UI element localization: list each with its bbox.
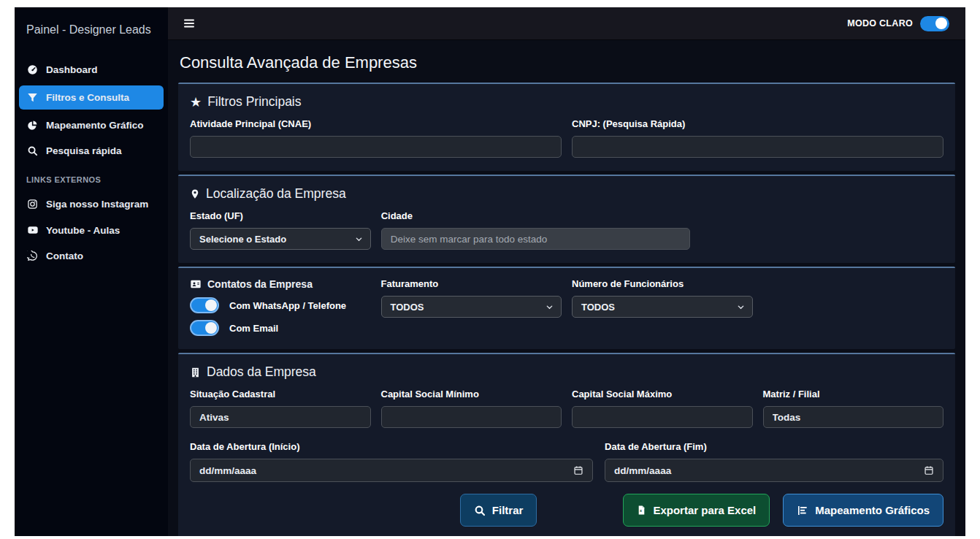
whatsapp-icon: [26, 251, 39, 261]
youtube-icon: [26, 224, 39, 236]
search-icon: [474, 505, 486, 516]
page-content: Consulta Avançada de Empresas ★ Filtros …: [168, 40, 965, 536]
estado-label: Estado (UF): [190, 210, 371, 221]
whatsapp-toggle[interactable]: [190, 297, 219, 313]
section-title: Filtros Principais: [207, 94, 301, 110]
cnpj-label: CNPJ: (Pesquisa Rápida): [572, 118, 943, 129]
section-title: Localização da Empresa: [206, 186, 346, 202]
map-pin-icon: [190, 188, 200, 200]
pie-chart-icon: [26, 120, 39, 131]
data-fim-input[interactable]: dd/mm/aaaa: [605, 459, 943, 482]
capital-max-label: Capital Social Máximo: [572, 389, 753, 400]
search-icon: [26, 145, 39, 156]
sidebar-item-label: Dashboard: [46, 64, 98, 75]
mapeamento-graficos-button-label: Mapeamento Gráficos: [815, 504, 930, 516]
data-fim-value: dd/mm/aaaa: [614, 465, 671, 476]
building-icon: [190, 367, 201, 378]
estado-select[interactable]: Selecione o Estado: [190, 228, 371, 250]
toggle-knob: [205, 299, 217, 311]
app-window: Painel - Designer Leads Dashboard Filtro…: [15, 7, 965, 536]
toggle-knob: [205, 322, 217, 334]
section-dados: Dados da Empresa Situação Cadastral Capi…: [178, 353, 955, 536]
theme-toggle-label: MODO CLARO: [847, 18, 913, 28]
sidebar-item-label: Filtros e Consulta: [46, 92, 129, 103]
chevron-down-icon: [545, 303, 554, 311]
section-title: Dados da Empresa: [207, 364, 316, 380]
excel-file-icon: x: [637, 505, 646, 516]
svg-text:x: x: [640, 508, 642, 513]
sidebar-item-label: Youtube - Aulas: [46, 225, 120, 236]
matriz-filial-input[interactable]: [763, 406, 944, 428]
data-inicio-label: Data de Abertura (Início): [190, 441, 593, 452]
data-fim-label: Data de Abertura (Fim): [605, 441, 943, 452]
instagram-icon: [26, 199, 39, 210]
contact-card-icon: [190, 278, 202, 290]
cnae-label: Atividade Principal (CNAE): [190, 118, 562, 129]
cidade-label: Cidade: [381, 210, 690, 221]
hamburger-icon[interactable]: [183, 17, 196, 30]
data-inicio-value: dd/mm/aaaa: [199, 465, 256, 476]
cidade-input[interactable]: [381, 228, 690, 250]
page-title: Consulta Avançada de Empresas: [180, 53, 955, 72]
mapeamento-graficos-button[interactable]: Mapeamento Gráficos: [783, 494, 943, 527]
chevron-down-icon: [355, 235, 363, 243]
cnae-input[interactable]: [190, 136, 562, 158]
actions-row: Filtrar x Exportar para Excel Mapeamento…: [190, 494, 943, 527]
star-icon: ★: [190, 96, 202, 109]
whatsapp-toggle-row: Com WhatsApp / Telefone: [190, 297, 371, 313]
cnpj-input[interactable]: [572, 136, 943, 158]
email-toggle-row: Com Email: [190, 320, 371, 336]
exportar-excel-button-label: Exportar para Excel: [653, 504, 756, 516]
email-toggle[interactable]: [190, 320, 219, 336]
sidebar-item-youtube[interactable]: Youtube - Aulas: [19, 218, 164, 242]
section-filtros-principais: ★ Filtros Principais Atividade Principal…: [178, 83, 955, 171]
section-title: Contatos da Empresa: [207, 278, 313, 290]
faturamento-select[interactable]: TODOS: [381, 296, 562, 318]
sidebar-item-label: Mapeamento Gráfico: [46, 120, 144, 131]
calendar-icon[interactable]: [924, 465, 934, 475]
toggle-knob: [935, 18, 947, 29]
chevron-down-icon: [737, 303, 745, 311]
sidebar: Painel - Designer Leads Dashboard Filtro…: [15, 7, 168, 536]
sidebar-item-label: Contato: [46, 251, 83, 261]
theme-switcher: MODO CLARO: [847, 16, 949, 31]
capital-min-label: Capital Social Mínimo: [381, 389, 562, 400]
sidebar-item-dashboard[interactable]: Dashboard: [19, 58, 164, 81]
capital-min-input[interactable]: [381, 406, 562, 428]
sidebar-item-instagram[interactable]: Siga nosso Instagram: [19, 193, 164, 215]
situacao-input[interactable]: [190, 406, 371, 428]
sidebar-item-mapeamento-grafico[interactable]: Mapeamento Gráfico: [19, 114, 164, 137]
estado-select-value: Selecione o Estado: [199, 234, 286, 245]
sidebar-item-contato[interactable]: Contato: [19, 245, 164, 267]
section-localizacao: Localização da Empresa Estado (UF) Selec…: [178, 175, 955, 263]
matriz-filial-label: Matriz / Filial: [763, 389, 944, 400]
situacao-label: Situação Cadastral: [190, 389, 371, 400]
filtrar-button[interactable]: Filtrar: [460, 494, 537, 527]
calendar-icon[interactable]: [573, 465, 583, 475]
faturamento-label: Faturamento: [381, 278, 562, 289]
sidebar-item-label: Pesquisa rápida: [46, 145, 122, 156]
capital-max-input[interactable]: [572, 406, 753, 428]
filter-icon: [26, 92, 39, 103]
faturamento-select-value: TODOS: [391, 302, 424, 313]
funcionarios-select-value: TODOS: [581, 302, 615, 313]
sidebar-section-header: LINKS EXTERNOS: [15, 165, 168, 190]
funcionarios-label: Número de Funcionários: [572, 278, 753, 289]
exportar-excel-button[interactable]: x Exportar para Excel: [623, 494, 770, 527]
filtrar-button-label: Filtrar: [492, 504, 524, 516]
section-contatos: Contatos da Empresa Com WhatsApp / Telef…: [178, 267, 955, 349]
sidebar-item-filtros-e-consulta[interactable]: Filtros e Consulta: [19, 85, 164, 110]
bar-chart-icon: [797, 505, 808, 516]
sidebar-brand: Painel - Designer Leads: [15, 18, 168, 56]
funcionarios-select[interactable]: TODOS: [572, 296, 753, 318]
whatsapp-toggle-label: Com WhatsApp / Telefone: [229, 300, 346, 311]
gauge-icon: [26, 64, 39, 75]
email-toggle-label: Com Email: [229, 323, 278, 334]
sidebar-item-pesquisa-rapida[interactable]: Pesquisa rápida: [19, 139, 164, 162]
theme-toggle[interactable]: [920, 16, 949, 31]
topbar: MODO CLARO: [168, 7, 965, 40]
data-inicio-input[interactable]: dd/mm/aaaa: [190, 459, 593, 482]
sidebar-item-label: Siga nosso Instagram: [46, 199, 148, 210]
main-area: MODO CLARO Consulta Avançada de Empresas…: [168, 7, 965, 536]
